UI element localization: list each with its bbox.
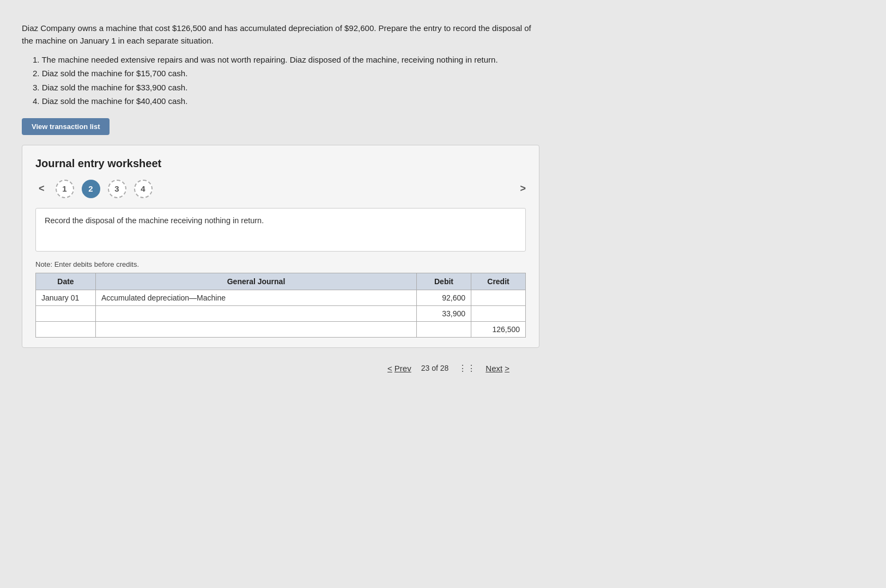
view-transaction-button[interactable]: View transaction list: [22, 118, 110, 135]
next-chevron-icon: >: [505, 364, 509, 373]
problem-text: Diaz Company owns a machine that cost $1…: [22, 22, 539, 108]
step-btn-2[interactable]: 2: [82, 180, 100, 198]
prev-button[interactable]: < Prev: [387, 364, 411, 373]
problem-list: 1. The machine needed extensive repairs …: [33, 53, 539, 108]
list-item-4: 4. Diaz sold the machine for $40,400 cas…: [33, 94, 539, 108]
col-header-journal: General Journal: [96, 273, 417, 290]
next-button[interactable]: Next >: [486, 364, 509, 373]
row3-date[interactable]: [36, 321, 96, 337]
list-item-1: 1. The machine needed extensive repairs …: [33, 53, 539, 67]
row1-date[interactable]: January 01: [36, 290, 96, 305]
row1-credit[interactable]: [471, 290, 526, 305]
step-btn-3[interactable]: 3: [108, 180, 126, 198]
row2-date[interactable]: [36, 305, 96, 321]
row2-credit[interactable]: [471, 305, 526, 321]
row3-credit[interactable]: 126,500: [471, 321, 526, 337]
prev-chevron-icon: <: [387, 364, 392, 373]
step-next-arrow[interactable]: >: [520, 183, 526, 194]
instruction-box: Record the disposal of the machine recei…: [35, 208, 526, 252]
row2-journal[interactable]: [96, 305, 417, 321]
list-item-2: 2. Diaz sold the machine for $15,700 cas…: [33, 66, 539, 81]
prev-label: Prev: [395, 364, 411, 373]
grid-icon[interactable]: ⋮⋮: [458, 363, 476, 373]
page-of: of: [432, 364, 440, 372]
total-pages: 28: [440, 364, 449, 372]
current-page: 23: [421, 364, 430, 372]
worksheet-title: Journal entry worksheet: [35, 157, 526, 170]
col-header-credit: Credit: [471, 273, 526, 290]
intro-text: Diaz Company owns a machine that cost $1…: [22, 22, 539, 47]
row1-journal[interactable]: Accumulated depreciation—Machine: [96, 290, 417, 305]
table-row-2: 33,900: [36, 305, 526, 321]
page-info: 23 of 28: [421, 364, 449, 372]
table-row-1: January 01 Accumulated depreciation—Mach…: [36, 290, 526, 305]
step-prev-arrow[interactable]: <: [35, 182, 48, 195]
row3-debit[interactable]: [417, 321, 471, 337]
table-row-3: 126,500: [36, 321, 526, 337]
list-item-3: 3. Diaz sold the machine for $33,900 cas…: [33, 81, 539, 95]
pagination: < Prev 23 of 28 ⋮⋮ Next >: [22, 363, 875, 373]
step-btn-4[interactable]: 4: [134, 180, 153, 198]
next-label: Next: [486, 364, 502, 373]
col-header-date: Date: [36, 273, 96, 290]
row3-journal[interactable]: [96, 321, 417, 337]
step-btn-1[interactable]: 1: [56, 180, 74, 198]
step-navigation: < 1 2 3 4 >: [35, 180, 526, 198]
instruction-text: Record the disposal of the machine recei…: [45, 216, 264, 225]
row1-debit[interactable]: 92,600: [417, 290, 471, 305]
note-text: Note: Enter debits before credits.: [35, 260, 526, 268]
journal-table: Date General Journal Debit Credit Januar…: [35, 273, 526, 338]
col-header-debit: Debit: [417, 273, 471, 290]
row2-debit[interactable]: 33,900: [417, 305, 471, 321]
worksheet-container: Journal entry worksheet < 1 2 3 4 > Reco…: [22, 145, 539, 348]
